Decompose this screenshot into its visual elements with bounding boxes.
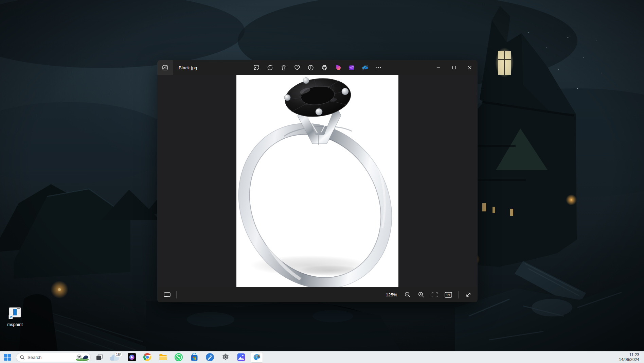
- designer-icon: [335, 64, 341, 71]
- actual-size-button[interactable]: 1:1: [443, 290, 453, 300]
- desktop-shortcut-label: mspaint: [3, 322, 27, 327]
- application-file-icon: [8, 306, 22, 319]
- taskbar: Search 16°: [0, 351, 644, 363]
- taskbar-search-box[interactable]: Search: [16, 353, 91, 362]
- clipchamp-button[interactable]: [347, 63, 356, 73]
- file-explorer-icon: [159, 353, 167, 362]
- photos-app-icon: [237, 353, 246, 362]
- maximize-icon: [452, 66, 456, 70]
- zoom-in-icon: [418, 291, 425, 298]
- media-player-icon: [127, 353, 136, 362]
- taskbar-app-file-explorer[interactable]: [157, 352, 169, 363]
- minimize-icon: [436, 66, 441, 70]
- displayed-photo[interactable]: [236, 75, 398, 287]
- delete-icon: [280, 64, 287, 71]
- taskbar-clock[interactable]: 11:23 14/06/2024: [619, 352, 642, 362]
- fullscreen-button[interactable]: [463, 290, 473, 300]
- close-button[interactable]: [462, 60, 478, 75]
- edit-image-button[interactable]: [252, 63, 261, 73]
- taskbar-app-settings[interactable]: [219, 352, 232, 363]
- weather-cloud-icon: 16°: [108, 352, 122, 362]
- microsoft-store-icon: [190, 353, 199, 362]
- weather-temperature: 16°: [116, 353, 121, 357]
- see-more-button[interactable]: [374, 63, 383, 73]
- photos-titlebar[interactable]: Black.jpg: [157, 60, 478, 75]
- taskbar-app-photos[interactable]: [235, 352, 247, 363]
- taskbar-app-tools[interactable]: [204, 352, 216, 363]
- window-controls: [431, 60, 478, 75]
- taskbar-app-paint[interactable]: [251, 352, 263, 363]
- desktop-shortcut-mspaint[interactable]: mspaint: [3, 306, 27, 327]
- whatsapp-icon: [174, 353, 183, 362]
- search-highlight-sports-icon: [75, 353, 89, 361]
- filmstrip-icon: [163, 292, 171, 298]
- task-view-button[interactable]: [94, 352, 105, 363]
- gallery-tab-button[interactable]: [157, 60, 173, 75]
- search-icon: [20, 355, 25, 360]
- favorite-icon: [294, 64, 301, 71]
- print-icon: [321, 64, 328, 71]
- chrome-icon: [143, 353, 152, 362]
- gear-icon: [221, 353, 230, 362]
- zoom-in-button[interactable]: [416, 290, 426, 300]
- task-view-icon: [95, 353, 104, 361]
- fit-to-window-icon: [431, 292, 438, 297]
- zoom-level-value: 125%: [386, 292, 397, 297]
- taskbar-app-media-player[interactable]: [126, 352, 138, 363]
- photos-statusbar: 125% 1:1: [157, 287, 478, 302]
- fit-to-window-button[interactable]: [430, 290, 440, 300]
- clipchamp-icon: [348, 64, 355, 71]
- taskbar-app-microsoft-store[interactable]: [188, 352, 200, 363]
- photos-toolbar: [252, 60, 383, 75]
- edit-with-designer-button[interactable]: [333, 63, 343, 73]
- clock-time: 11:23: [619, 352, 639, 357]
- window-title: Black.jpg: [179, 65, 197, 70]
- print-button[interactable]: [320, 63, 329, 73]
- onedrive-blocked-button[interactable]: [360, 63, 370, 73]
- windows-logo-icon: [4, 353, 11, 361]
- file-info-button[interactable]: [306, 63, 316, 73]
- minimize-button[interactable]: [431, 60, 446, 75]
- delete-button[interactable]: [279, 63, 288, 73]
- info-icon: [307, 64, 314, 71]
- close-icon: [468, 66, 472, 70]
- rotate-icon: [267, 64, 273, 71]
- actual-size-label: 1:1: [446, 293, 450, 297]
- rotate-button[interactable]: [265, 63, 275, 73]
- start-button[interactable]: [2, 352, 13, 363]
- desktop-screen: { "app_window": { "title": "Black.jpg", …: [0, 0, 644, 363]
- paint-app-icon: [252, 353, 261, 362]
- zoom-out-icon: [404, 291, 411, 298]
- weather-widget[interactable]: 16°: [108, 352, 122, 363]
- statusbar-divider: [176, 291, 177, 298]
- see-more-icon: [375, 64, 382, 71]
- fullscreen-icon: [465, 292, 471, 298]
- photos-app-window: Black.jpg: [157, 60, 478, 302]
- onedrive-blocked-icon: [361, 64, 369, 71]
- maximize-button[interactable]: [446, 60, 462, 75]
- favorite-button[interactable]: [292, 63, 302, 73]
- gallery-icon: [162, 64, 168, 71]
- zoom-out-button[interactable]: [402, 290, 413, 300]
- edit-image-icon: [253, 64, 260, 71]
- search-placeholder: Search: [28, 355, 73, 360]
- actual-size-icon: 1:1: [445, 292, 452, 298]
- wrench-tool-icon: [205, 353, 214, 362]
- taskbar-app-whatsapp[interactable]: [173, 352, 185, 363]
- filmstrip-toggle-button[interactable]: [162, 290, 172, 300]
- photo-canvas: [157, 75, 478, 287]
- taskbar-app-chrome[interactable]: [141, 352, 154, 363]
- clock-date: 14/06/2024: [619, 357, 639, 362]
- statusbar-divider-2: [458, 291, 459, 298]
